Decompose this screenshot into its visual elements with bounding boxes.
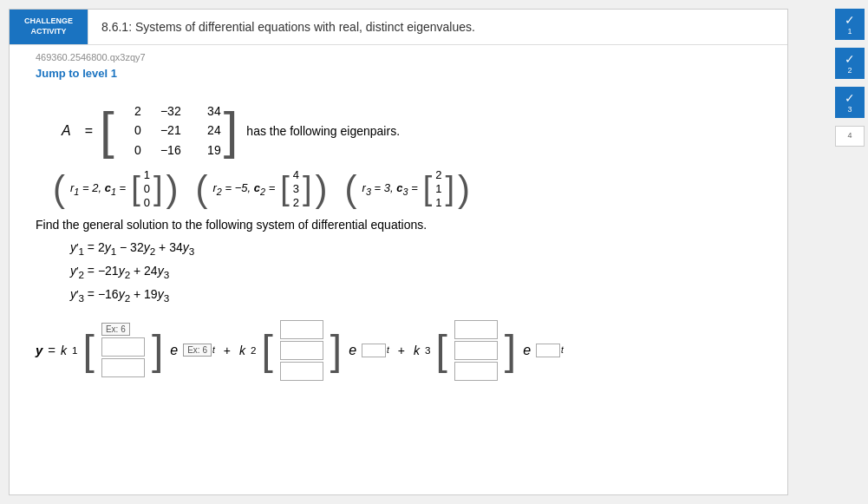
e-letter-3: e [523, 343, 531, 358]
sol-input-m2-r3[interactable] [280, 362, 323, 381]
m01: −32 [157, 101, 181, 121]
jump-to-level-link[interactable]: Jump to level 1 [36, 67, 117, 80]
m12: 24 [197, 121, 221, 140]
eigenpairs-row: ( r1 = 2, c1 = [ 1 0 0 ] ) ( [53, 168, 761, 209]
k2-sub: 2 [251, 344, 256, 356]
ep3-vec: 2 1 1 [435, 168, 441, 209]
e-letter-2: e [349, 343, 356, 358]
sol-input-m1-r2[interactable] [101, 337, 145, 357]
ode-line-3: y′3 = −16y2 + 19y3 [70, 284, 761, 307]
m11: −21 [157, 121, 181, 140]
header-title: 8.6.1: Systems of differential equations… [88, 10, 488, 44]
ep3-left-paren: ( [345, 171, 357, 207]
ep1-vec-right: ] [153, 170, 163, 207]
sol-m2-left: [ [261, 331, 272, 369]
ode-line-1: y′1 = 2y1 − 32y2 + 34y3 [70, 237, 761, 260]
ep2-vec-left: [ [280, 170, 290, 207]
exp3-input[interactable] [536, 344, 560, 357]
exp3: t [536, 344, 564, 357]
sol-m3-r3 [454, 362, 498, 381]
sol-input-m1-r3[interactable] [101, 358, 145, 377]
ep2-left-paren: ( [196, 171, 208, 207]
equals-sign: = [85, 123, 93, 139]
ode-system: y′1 = 2y1 − 32y2 + 34y3 y′2 = −21y2 + 24… [70, 237, 761, 306]
sol-m3-left: [ [435, 331, 447, 369]
header-bar: CHALLENGE ACTIVITY 8.6.1: Systems of dif… [10, 10, 787, 45]
y-bold: y [36, 343, 42, 357]
sol-m2-r1 [280, 320, 323, 339]
exp2: t [362, 344, 389, 357]
matrix-row-3: 0 −16 19 [117, 141, 221, 160]
ep2-label: r2 = −5, c2 = [213, 181, 276, 197]
ep1-vec-left: [ [131, 170, 140, 207]
m00: 2 [117, 101, 141, 121]
ep1-left-paren: ( [53, 171, 65, 207]
t-label-1: t [212, 345, 215, 355]
matrix-row-1: 2 −32 34 [117, 101, 221, 121]
level-btn-3[interactable]: ✓ 3 [835, 87, 865, 118]
level-btn-2[interactable]: ✓ 2 [835, 48, 865, 79]
sol-input-m3-r2[interactable] [454, 341, 498, 360]
k1-label: k [61, 344, 67, 357]
m10: 0 [117, 121, 141, 140]
example-badge-1: Ex: 6 [101, 323, 130, 336]
find-general-solution-text: Find the general solution to the followi… [36, 218, 761, 232]
ep3-vec-left: [ [423, 170, 433, 207]
sol-matrix-3 [453, 320, 499, 381]
sol-m1-r2 [101, 337, 145, 357]
sol-input-m3-r1[interactable] [454, 320, 498, 339]
sol-m1-r1: Ex: 6 [101, 323, 145, 336]
plus-2: + [398, 344, 405, 357]
check-icon-3: ✓ [845, 91, 855, 105]
level-btn-1[interactable]: ✓ 1 [835, 9, 865, 40]
ep2-vec-right: ] [303, 170, 312, 207]
example-badge-exp1: Ex: 6 [183, 344, 212, 357]
level-num-4: 4 [847, 131, 852, 140]
matrix-right-bracket: ] [224, 108, 238, 153]
sol-m1-right: ] [152, 331, 163, 369]
sol-input-m3-r3[interactable] [454, 362, 498, 381]
sol-m3-r1 [454, 320, 498, 339]
k3-sub: 3 [425, 344, 430, 356]
eigenpair-3: ( r3 = 3, c3 = [ 2 1 1 ] ) [345, 168, 471, 209]
ep1-label: r1 = 2, c1 = [70, 181, 126, 197]
sol-matrix-2 [278, 320, 325, 381]
sol-m2-right: ] [330, 331, 342, 369]
level-num-2: 2 [847, 66, 852, 75]
sol-matrix-1: Ex: 6 [100, 323, 147, 377]
check-icon-1: ✓ [845, 13, 855, 27]
eigenpair-1: ( r1 = 2, c1 = [ 1 0 0 ] ) [53, 168, 179, 209]
ode-line-2: y′2 = −21y2 + 24y3 [70, 260, 761, 284]
exp1: Ex: 6 t [183, 344, 215, 357]
e-letter-1: e [170, 343, 178, 358]
plus-1: + [224, 344, 231, 357]
sol-m3-right: ] [505, 331, 516, 369]
m21: −16 [157, 141, 181, 160]
ep3-label: r3 = 3, c3 = [362, 181, 418, 197]
ep2-right-paren: ) [316, 171, 328, 207]
matrix-row-2: 0 −21 24 [117, 121, 221, 140]
m20: 0 [117, 141, 141, 160]
t-label-2: t [387, 345, 389, 355]
badge-line2: ACTIVITY [18, 27, 79, 37]
exp2-input[interactable] [362, 344, 386, 357]
level-num-1: 1 [847, 27, 852, 36]
has-following-text: has the following eigenpairs. [246, 124, 400, 138]
sol-input-m2-r1[interactable] [280, 320, 323, 339]
level-num-3: 3 [847, 105, 852, 114]
ep3-right-paren: ) [458, 171, 470, 207]
m02: 34 [197, 101, 221, 121]
badge-line1: CHALLENGE [18, 16, 79, 27]
sol-m1-r3 [101, 358, 145, 377]
matrix-equation: A = [ 2 −32 34 0 −21 24 0 [62, 101, 761, 160]
sol-m2-r3 [280, 362, 323, 381]
matrix-content: 2 −32 34 0 −21 24 0 −16 19 [117, 101, 221, 160]
check-icon-2: ✓ [845, 52, 855, 66]
m22: 19 [197, 141, 221, 160]
right-sidebar: ✓ 1 ✓ 2 ✓ 3 4 [832, 0, 868, 504]
content-area: 469360.2546800.qx3zqy7 Jump to level 1 A… [10, 45, 787, 494]
ep3-vec-right: ] [446, 170, 455, 207]
level-btn-4[interactable]: 4 [835, 126, 865, 147]
sol-input-m2-r2[interactable] [280, 341, 323, 360]
k2-label: k [239, 344, 245, 357]
